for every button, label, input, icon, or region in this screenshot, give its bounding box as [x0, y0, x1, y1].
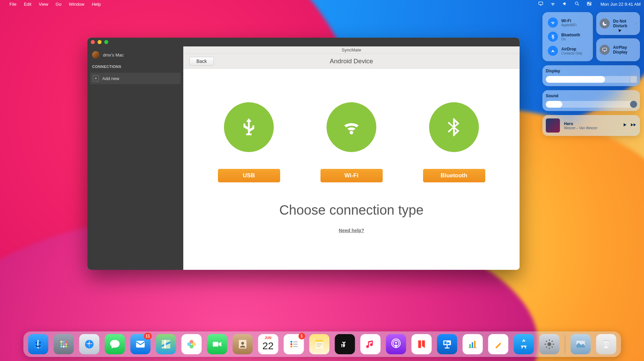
window-maximize-button[interactable] [104, 40, 108, 44]
svg-rect-45 [444, 341, 447, 345]
cc-bluetooth-title: Bluetooth [561, 33, 580, 37]
svg-rect-30 [293, 341, 298, 342]
cc-sound-label: Sound [546, 94, 637, 98]
svg-point-10 [39, 342, 40, 343]
wifi-icon [548, 17, 558, 28]
dock-app-messages[interactable] [105, 334, 125, 354]
cc-bluetooth-sub: On [561, 37, 580, 41]
chevron-right-icon: › [635, 21, 637, 26]
dock-app-reminders[interactable]: 1 [283, 334, 304, 354]
menu-help[interactable]: Help [92, 2, 101, 7]
svg-rect-0 [539, 2, 543, 4]
wifi-status-icon[interactable] [550, 1, 556, 7]
cc-airdrop-sub: Contacts Only [561, 51, 582, 55]
cc-airdrop-tile[interactable]: AirDrop Contacts Only [546, 44, 590, 58]
dock-app-photos[interactable] [181, 334, 201, 354]
svg-rect-34 [293, 346, 298, 347]
dock-app-keynote[interactable] [437, 334, 457, 354]
choose-connection-heading: Choose connection type [279, 203, 423, 218]
control-center-icon[interactable] [586, 1, 592, 7]
dock-app-facetime[interactable] [207, 334, 227, 354]
reminders-badge: 1 [298, 333, 305, 339]
volume-status-icon[interactable] [562, 1, 568, 7]
svg-rect-7 [603, 48, 607, 51]
window-title: SyncMate [183, 46, 520, 54]
svg-point-15 [63, 343, 65, 345]
sidebar-add-new[interactable]: + Add new [90, 73, 181, 84]
need-help-link[interactable]: Need help? [339, 228, 364, 233]
dock-app-mail[interactable]: 11 [130, 334, 150, 354]
svg-rect-36 [315, 340, 323, 342]
svg-rect-38 [316, 345, 322, 345]
profile-name: dmx's Mac [103, 52, 124, 58]
svg-point-14 [60, 343, 62, 345]
dock-app-notes[interactable] [309, 334, 329, 354]
dock-app-system-preferences[interactable] [539, 334, 559, 354]
display-brightness-slider[interactable] [546, 76, 637, 83]
svg-rect-56 [603, 340, 609, 341]
play-icon[interactable] [622, 122, 627, 129]
cc-airplay-tile[interactable]: AirPlay Display [596, 38, 640, 61]
plus-icon: + [93, 75, 99, 81]
cc-wifi-title: Wi-Fi [561, 19, 577, 23]
svg-point-28 [241, 342, 244, 345]
next-track-icon[interactable] [631, 122, 637, 129]
dock-app-launchpad[interactable] [53, 334, 74, 354]
svg-rect-47 [447, 345, 448, 348]
cc-bluetooth-tile[interactable]: Bluetooth On [546, 30, 590, 44]
menu-bar-status-icons: Mon Jun 22 9:41 AM [538, 1, 641, 7]
screen-mirroring-icon[interactable] [538, 1, 543, 7]
svg-rect-26 [213, 342, 218, 347]
dock-app-music[interactable] [360, 334, 380, 354]
dock-app-recent[interactable] [570, 334, 591, 354]
dock-trash[interactable] [596, 334, 616, 354]
dock-app-appstore[interactable] [514, 334, 534, 354]
sound-volume-slider[interactable] [546, 101, 637, 108]
cc-now-playing-card[interactable]: Hero Weezer – Van Weezer [542, 115, 640, 136]
bluetooth-icon [548, 32, 558, 42]
menu-view[interactable]: View [39, 2, 48, 7]
calendar-day: 22 [262, 340, 273, 352]
wifi-button[interactable]: Wi-Fi [320, 169, 383, 182]
window-close-button[interactable] [91, 40, 95, 44]
menu-go[interactable]: Go [55, 2, 61, 7]
dock-app-finder[interactable] [28, 334, 48, 354]
usb-icon [224, 102, 274, 152]
svg-point-18 [63, 346, 65, 348]
spotlight-icon[interactable] [574, 1, 580, 7]
svg-rect-3 [587, 4, 591, 5]
dock-app-podcasts[interactable] [386, 334, 406, 354]
dock-app-calendar[interactable]: JUN 22 [258, 334, 278, 354]
window-minimize-button[interactable] [98, 40, 102, 44]
svg-rect-2 [587, 2, 591, 3]
connection-option-usb: USB [218, 102, 280, 182]
dock-app-pages[interactable] [488, 334, 508, 354]
dock-app-maps[interactable] [156, 334, 176, 354]
svg-rect-46 [447, 342, 449, 344]
bluetooth-button[interactable]: Bluetooth [423, 169, 485, 182]
dock-app-contacts[interactable] [232, 334, 253, 354]
mouse-cursor: ➤ [617, 27, 622, 33]
svg-point-12 [63, 341, 65, 343]
airdrop-icon [548, 46, 558, 56]
dock-app-tv[interactable]: tv [335, 334, 355, 354]
menu-bar-datetime[interactable]: Mon Jun 22 9:41 AM [601, 2, 641, 7]
cc-connectivity-card: Wi-Fi AppleWiFi Bluetooth On AirDrop [542, 12, 593, 61]
dock-app-safari[interactable] [79, 334, 99, 354]
usb-button[interactable]: USB [218, 169, 280, 182]
cc-wifi-tile[interactable]: Wi-Fi AppleWiFi [546, 15, 590, 30]
sidebar-profile[interactable]: dmx's Mac [87, 46, 183, 62]
svg-rect-48 [445, 348, 449, 349]
window-titlebar[interactable] [87, 38, 520, 46]
svg-rect-49 [469, 344, 470, 348]
dock-app-numbers[interactable] [462, 334, 483, 354]
menu-window[interactable]: Window [69, 2, 84, 7]
moon-icon [600, 19, 610, 29]
dock-app-news[interactable] [411, 334, 431, 354]
menu-bar-app-menus: File Edit View Go Window Help [9, 2, 101, 7]
svg-rect-39 [316, 346, 320, 347]
menu-file[interactable]: File [9, 2, 16, 7]
menu-edit[interactable]: Edit [24, 2, 31, 7]
sidebar-add-new-label: Add new [102, 76, 119, 81]
calendar-month: JUN [265, 336, 271, 340]
